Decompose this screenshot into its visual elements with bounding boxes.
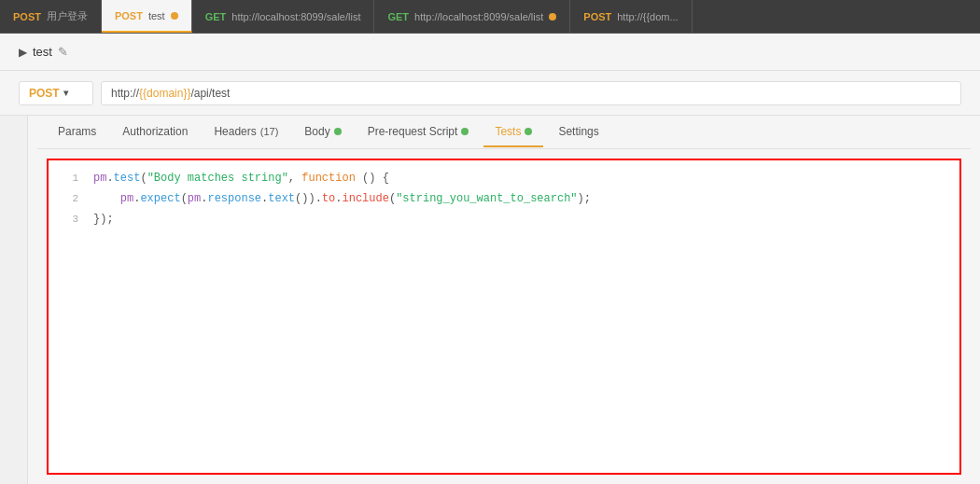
tab-settings[interactable]: Settings xyxy=(547,118,609,147)
tab-headers-badge: (17) xyxy=(260,126,279,137)
method-select-label: POST xyxy=(29,87,60,100)
edit-icon[interactable]: ✎ xyxy=(58,45,68,59)
code-line-1: 1 pm.test("Body matches string", functio… xyxy=(49,168,959,188)
breadcrumb-name: test xyxy=(33,45,52,59)
code-editor[interactable]: 1 pm.test("Body matches string", functio… xyxy=(47,159,961,475)
method-select[interactable]: POST ▾ xyxy=(19,81,93,105)
chevron-down-icon: ▾ xyxy=(63,88,68,98)
tab-url-label: http://localhost:8099/sale/list xyxy=(414,11,543,22)
tab-prerequest-dot xyxy=(461,128,469,135)
tab-url-label: test xyxy=(148,10,165,21)
tab-post-login[interactable]: POST 用户登录 xyxy=(0,0,102,33)
code-line-2: 2 pm.expect(pm.response.text()).to.inclu… xyxy=(49,188,959,209)
tab-method-label: POST xyxy=(583,11,611,22)
tab-tests[interactable]: Tests xyxy=(483,118,543,147)
tab-headers-label: Headers xyxy=(214,125,256,138)
url-input[interactable]: http://{{domain}}/api/test xyxy=(101,81,961,105)
tab-post-test[interactable]: POST test xyxy=(102,0,192,33)
tab-headers[interactable]: Headers (17) xyxy=(203,118,289,147)
tab-url-label: http://localhost:8099/sale/list xyxy=(231,11,360,22)
breadcrumb-arrow-icon[interactable]: ▶ xyxy=(19,46,27,59)
line-number-3: 3 xyxy=(56,211,78,228)
tab-dot xyxy=(549,13,556,21)
tab-prerequest-label: Pre-request Script xyxy=(368,125,458,138)
tab-method-label: POST xyxy=(13,11,41,22)
url-prefix: http:// xyxy=(111,87,139,100)
url-bar: POST ▾ http://{{domain}}/api/test xyxy=(0,71,980,116)
tab-url-label: 用户登录 xyxy=(47,9,88,23)
code-line-3: 3 }); xyxy=(49,209,959,229)
tab-get-sale-list-1[interactable]: GET http://localhost:8099/sale/list xyxy=(192,0,375,33)
tab-dot xyxy=(171,12,178,20)
tab-method-label: GET xyxy=(205,11,227,22)
tab-params[interactable]: Params xyxy=(47,118,107,147)
tab-get-sale-list-2[interactable]: GET http://localhost:8099/sale/list xyxy=(374,0,570,33)
main-content: Params Authorization Headers (17) Body P… xyxy=(0,116,980,484)
code-content-1: pm.test("Body matches string", function … xyxy=(93,170,389,187)
request-panel: Params Authorization Headers (17) Body P… xyxy=(28,116,980,484)
request-tabs: Params Authorization Headers (17) Body P… xyxy=(37,116,971,149)
tab-url-label: http://{{dom... xyxy=(617,11,678,22)
line-number-1: 1 xyxy=(56,170,78,187)
code-content-2: pm.expect(pm.response.text()).to.include… xyxy=(93,190,591,207)
tab-tests-dot xyxy=(525,128,532,135)
tab-method-label: GET xyxy=(387,11,409,22)
url-suffix: /api/test xyxy=(190,87,230,100)
tab-settings-label: Settings xyxy=(558,125,598,138)
tab-authorization-label: Authorization xyxy=(122,125,188,138)
tab-params-label: Params xyxy=(58,125,96,138)
tab-method-label: POST xyxy=(115,10,143,21)
tab-body-label: Body xyxy=(304,125,329,138)
breadcrumb: ▶ test ✎ xyxy=(0,34,980,71)
url-template-var: {{domain}} xyxy=(139,87,190,100)
line-number-2: 2 xyxy=(56,190,78,207)
tab-body-dot xyxy=(334,128,342,135)
code-content-3: }); xyxy=(93,211,114,228)
left-sidebar xyxy=(0,116,28,484)
tab-prerequest[interactable]: Pre-request Script xyxy=(357,118,481,147)
tab-authorization[interactable]: Authorization xyxy=(111,118,199,147)
tab-body[interactable]: Body xyxy=(293,118,352,147)
tab-tests-label: Tests xyxy=(495,125,521,138)
tab-bar: POST 用户登录 POST test GET http://localhost… xyxy=(0,0,980,34)
tab-post-domain[interactable]: POST http://{{dom... xyxy=(570,0,692,33)
